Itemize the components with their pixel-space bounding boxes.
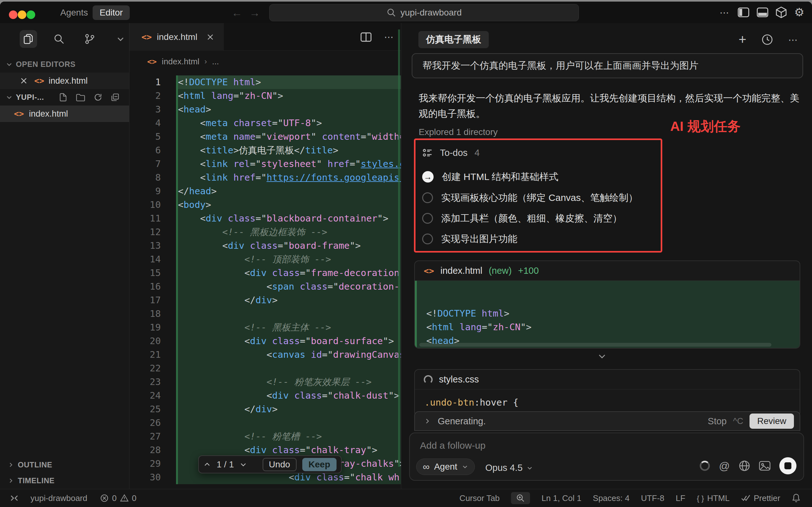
editor-line[interactable]: 20 <div class="board-surface"> [130, 334, 401, 348]
cube-icon[interactable] [776, 7, 786, 18]
editor-line[interactable]: 4 <meta charset="UTF-8"> [130, 116, 401, 130]
editor-line[interactable]: 10<body> [130, 198, 401, 212]
outline-section[interactable]: OUTLINE [0, 457, 129, 472]
keep-button[interactable]: Keep [302, 458, 337, 471]
timeline-section[interactable]: TIMELINE [0, 473, 129, 488]
open-editor-row[interactable]: <> index.html [0, 72, 129, 89]
editor-tab[interactable]: Editor [93, 5, 130, 20]
new-chat-icon[interactable]: + [739, 33, 746, 46]
explorer-icon[interactable] [20, 30, 37, 48]
tree-file-row[interactable]: <> index.html [0, 106, 129, 122]
open-editors-header[interactable]: OPEN EDITORS [0, 56, 129, 72]
editor-line[interactable]: 6 <title>仿真电子黑板</title> [130, 144, 401, 157]
editor-line[interactable]: 5 <meta name="viewport" content="width=d… [130, 130, 401, 144]
editor-tab-indexhtml[interactable]: <> index.html [130, 23, 223, 51]
indentation-status[interactable]: Spaces: 4 [593, 493, 629, 503]
todo-item[interactable]: 实现导出图片功能 [422, 233, 517, 245]
editor-line[interactable]: 26 [130, 416, 401, 430]
stop-button[interactable]: Stop [708, 416, 727, 427]
horizontal-scrollbar[interactable] [419, 343, 771, 347]
close-icon[interactable] [20, 77, 28, 85]
chat-more-icon[interactable]: ⋯ [788, 34, 799, 45]
code-editor[interactable]: 1<!DOCTYPE html>2<html lang="zh-CN">3<he… [130, 72, 401, 489]
editor-line[interactable]: 1<!DOCTYPE html> [130, 75, 401, 89]
explored-status[interactable]: Explored 1 directory [419, 127, 498, 137]
globe-icon[interactable] [739, 460, 750, 471]
editor-line[interactable]: 16 <span class="decoration- [130, 280, 401, 293]
chevron-up-icon[interactable] [203, 461, 211, 468]
toggle-sidebar-icon[interactable] [738, 7, 749, 17]
toggle-panel-icon[interactable] [757, 7, 768, 17]
breadcrumb[interactable]: <> index.html › ... [130, 51, 401, 72]
editor-line[interactable]: 9</head> [130, 184, 401, 198]
remote-indicator-icon[interactable] [9, 493, 19, 503]
chat-tab[interactable]: 仿真电子黑板 [418, 31, 489, 48]
editor-line[interactable]: 24 <div class="chalk-dust"> [130, 389, 401, 402]
refresh-icon[interactable] [94, 93, 102, 102]
todos-header[interactable]: To-dos 4 [422, 147, 479, 158]
forward-icon[interactable]: → [249, 7, 260, 19]
chevron-down-icon[interactable] [240, 461, 247, 468]
new-file-icon[interactable] [59, 93, 67, 102]
todo-item[interactable]: 实现画板核心功能（绑定 Canvas、笔触绘制） [422, 191, 638, 204]
editor-line[interactable]: 13 <div class="board-frame"> [130, 239, 401, 252]
stop-generation-button[interactable] [779, 457, 797, 474]
more-actions-icon[interactable]: ⋯ [720, 7, 730, 18]
cursor-tab-status[interactable]: Cursor Tab [460, 493, 500, 503]
new-folder-icon[interactable] [76, 93, 85, 102]
file-card-indexhtml[interactable]: <> index.html (new) +100 <!DOCTYPE html>… [414, 261, 800, 349]
editor-line[interactable]: 21 <canvas id="drawingCanvas [130, 348, 401, 361]
editor-line[interactable]: 22 [130, 361, 401, 375]
zoom-window-button[interactable] [27, 10, 35, 19]
model-select[interactable]: Opus 4.5 [485, 463, 533, 473]
close-tab-icon[interactable] [206, 33, 214, 41]
editor-line[interactable]: 25 </div> [130, 402, 401, 416]
language-mode-status[interactable]: HTML [697, 493, 729, 503]
mention-at-icon[interactable]: @ [719, 460, 730, 472]
review-button[interactable]: Review [750, 413, 794, 429]
editor-line[interactable]: 3<head> [130, 103, 401, 116]
agent-mode-select[interactable]: ∞ Agent [416, 458, 475, 475]
editor-more-actions-icon[interactable]: ⋯ [384, 32, 395, 43]
editor-line[interactable]: 18 [130, 307, 401, 321]
followup-input[interactable]: Add a follow-up [420, 440, 486, 451]
encoding-status[interactable]: UTF-8 [641, 493, 664, 503]
editor-line[interactable]: 23 <!-- 粉笔灰效果层 --> [130, 375, 401, 389]
search-panel-icon[interactable] [50, 30, 68, 48]
editor-line[interactable]: 12 <!-- 黑板边框装饰 --> [130, 225, 401, 239]
formatter-status[interactable]: Prettier [741, 493, 780, 503]
project-search-bar[interactable]: yupi-drawboard [269, 4, 579, 21]
editor-line[interactable]: 15 <div class="frame-decoration [130, 266, 401, 280]
problems-status[interactable]: 0 0 [100, 493, 136, 503]
editor-line[interactable]: 2<html lang="zh-CN"> [130, 89, 401, 103]
editor-line[interactable]: 14 <!-- 顶部装饰 --> [130, 252, 401, 266]
file-card-stylescss[interactable]: styles.css .undo-btn:hover { [414, 369, 800, 413]
editor-line[interactable]: 27 <!-- 粉笔槽 --> [130, 430, 401, 443]
expand-chevron-icon[interactable] [597, 351, 607, 361]
views-chevron-down-icon[interactable] [112, 30, 129, 48]
source-control-icon[interactable] [81, 30, 99, 48]
todo-item[interactable]: 添加工具栏（颜色、粗细、橡皮擦、清空） [422, 212, 622, 225]
close-window-button[interactable] [9, 10, 17, 19]
split-editor-icon[interactable] [361, 32, 371, 42]
eol-status[interactable]: LF [676, 493, 685, 503]
collapse-all-icon[interactable] [111, 93, 119, 102]
editor-line[interactable]: 7 <link rel="stylesheet" href="styles.cs… [130, 157, 401, 171]
undo-button[interactable]: Undo [263, 458, 297, 471]
zoom-tool-button[interactable] [511, 492, 530, 504]
cursor-position-status[interactable]: Ln 1, Col 1 [542, 493, 581, 503]
notifications-bell-icon[interactable] [792, 493, 801, 503]
project-name[interactable]: yupi-drawboard [31, 493, 87, 503]
minimize-window-button[interactable] [18, 10, 26, 19]
image-attach-icon[interactable] [759, 461, 770, 471]
project-folder-header[interactable]: YUPI-... [0, 89, 129, 106]
history-clock-icon[interactable] [762, 34, 773, 45]
editor-line[interactable]: 17 </div> [130, 293, 401, 307]
settings-gear-icon[interactable]: ⚙ [794, 6, 804, 19]
editor-line[interactable]: 28 <div class="chalk-tray"> [130, 443, 401, 457]
back-icon[interactable]: ← [232, 7, 242, 19]
agents-tab[interactable]: Agents [53, 5, 95, 20]
editor-line[interactable]: 11 <div class="blackboard-container"> [130, 212, 401, 225]
followup-input-card[interactable]: Add a follow-up ∞ Agent Opus 4.5 @ [409, 433, 804, 481]
chevron-right-icon[interactable] [424, 418, 431, 425]
